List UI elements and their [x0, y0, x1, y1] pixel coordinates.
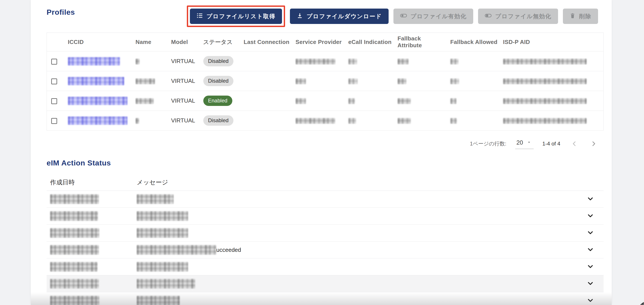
- status-badge: Disabled: [203, 115, 234, 126]
- eim-action-row: [46, 292, 604, 305]
- header-checkbox-spacer: [47, 33, 63, 52]
- col-header-status: ステータス: [200, 33, 240, 52]
- pagination-bar: 1ページの行数: 20 1-4 of 4: [470, 136, 599, 152]
- toggle-enable-icon: [400, 12, 407, 21]
- model-value: VIRTUAL: [168, 91, 200, 111]
- iccid-link-redacted[interactable]: [68, 57, 120, 66]
- next-page-button[interactable]: [588, 138, 599, 149]
- created-at-redacted: [50, 279, 99, 288]
- trash-icon: [570, 12, 576, 20]
- col-header-last-connection: Last Connection: [240, 33, 292, 52]
- fallback-allowed-redacted: [450, 78, 459, 84]
- service-provider-redacted: [296, 59, 336, 64]
- message-redacted: [137, 228, 188, 238]
- profile-row: VIRTUALDisabled: [47, 111, 604, 130]
- get-profile-list-button[interactable]: プロファイルリスト取得: [190, 8, 282, 24]
- created-at-redacted: [50, 228, 99, 238]
- last-connection-value: [240, 91, 292, 111]
- enable-profile-label: プロファイル有効化: [410, 12, 467, 20]
- expand-row-button[interactable]: [586, 212, 594, 220]
- name-redacted: [136, 78, 155, 84]
- model-value: VIRTUAL: [168, 52, 200, 71]
- service-provider-redacted: [296, 78, 306, 84]
- fallback-attribute-redacted: [398, 98, 411, 104]
- content-card: Profiles プロファイルリスト取得 プロファイルダウンロード プロファイル…: [31, 0, 612, 305]
- fallback-attribute-redacted: [398, 78, 406, 84]
- message-redacted: [137, 211, 188, 221]
- iccid-link-redacted[interactable]: [68, 97, 128, 105]
- chevron-down-icon: [586, 229, 594, 237]
- eim-table-body: ucceeded: [46, 191, 604, 305]
- window-resize-grip: [640, 302, 644, 305]
- expand-row-button[interactable]: [586, 246, 594, 254]
- rows-per-page-label: 1ページの行数:: [470, 140, 506, 147]
- col-header-fallback-allowed: Fallback Allowed: [447, 33, 500, 52]
- eim-action-row: ucceeded: [46, 242, 604, 258]
- rows-per-page-select[interactable]: 20: [515, 138, 534, 149]
- toggle-disable-icon: [485, 12, 492, 21]
- chevron-down-icon: [586, 195, 594, 204]
- chevron-down-icon: [586, 296, 594, 305]
- name-redacted: [136, 118, 139, 124]
- service-provider-redacted: [296, 98, 306, 104]
- col-header-ecall-indication: eCall Indication: [345, 33, 394, 52]
- expand-row-button[interactable]: [586, 229, 594, 237]
- eim-action-row: [46, 208, 604, 224]
- ecall-indication-redacted: [348, 59, 357, 64]
- chevron-down-icon: [586, 246, 594, 254]
- previous-page-button: [569, 138, 580, 149]
- page-title: Profiles: [46, 8, 75, 16]
- eim-action-row: [46, 224, 604, 242]
- message-redacted: [137, 279, 195, 288]
- download-profile-button[interactable]: プロファイルダウンロード: [290, 8, 388, 24]
- fallback-attribute-redacted: [398, 118, 411, 124]
- message-redacted: [137, 296, 180, 305]
- col-header-model: Model: [168, 33, 200, 52]
- profile-row: VIRTUALDisabled: [47, 71, 604, 91]
- expand-row-button[interactable]: [586, 195, 594, 204]
- expand-row-button[interactable]: [586, 296, 594, 305]
- eim-action-row: [46, 191, 604, 208]
- col-header-name: Name: [132, 33, 168, 52]
- col-header-isdp-aid: ISD-P AID: [500, 33, 604, 52]
- eim-section-title: eIM Action Status: [46, 159, 111, 167]
- isdp-aid-redacted: [503, 78, 587, 84]
- disable-profile-button: プロファイル無効化: [478, 8, 558, 24]
- caret-down-icon: [527, 139, 532, 146]
- profiles-table: ICCID Name Model ステータス Last Connection S…: [46, 32, 604, 130]
- col-header-iccid: ICCID: [63, 33, 132, 52]
- ecall-indication-redacted: [348, 78, 358, 84]
- created-at-redacted: [50, 211, 98, 221]
- row-checkbox[interactable]: [51, 78, 57, 84]
- last-connection-value: [240, 111, 292, 130]
- disable-profile-label: プロファイル無効化: [495, 12, 552, 20]
- service-provider-redacted: [296, 118, 335, 124]
- iccid-link-redacted[interactable]: [68, 77, 124, 85]
- fallback-allowed-redacted: [450, 98, 456, 104]
- chevron-down-icon: [586, 280, 594, 288]
- ecall-indication-redacted: [348, 118, 356, 124]
- col-header-message: メッセージ: [137, 178, 604, 186]
- fallback-allowed-redacted: [450, 59, 458, 64]
- col-header-service-provider: Service Provider: [292, 33, 345, 52]
- chevron-down-icon: [586, 262, 594, 271]
- eim-action-row: [46, 258, 604, 275]
- download-profile-label: プロファイルダウンロード: [306, 12, 382, 20]
- eim-table-header: 作成日時 メッセージ: [46, 174, 604, 191]
- name-redacted: [136, 59, 140, 64]
- row-checkbox[interactable]: [51, 59, 57, 64]
- col-header-created-at: 作成日時: [46, 178, 137, 186]
- status-badge: Disabled: [203, 56, 234, 66]
- isdp-aid-redacted: [503, 98, 587, 104]
- row-checkbox[interactable]: [51, 98, 57, 104]
- expand-row-button[interactable]: [586, 262, 594, 271]
- profile-row: VIRTUALDisabled: [47, 52, 604, 71]
- fallback-attribute-redacted: [398, 59, 408, 64]
- row-checkbox[interactable]: [51, 118, 57, 124]
- status-badge: Enabled: [203, 96, 232, 106]
- iccid-link-redacted[interactable]: [68, 116, 128, 125]
- message-redacted: [137, 245, 216, 255]
- created-at-redacted: [50, 194, 99, 204]
- created-at-redacted: [50, 245, 99, 255]
- expand-row-button[interactable]: [586, 280, 594, 288]
